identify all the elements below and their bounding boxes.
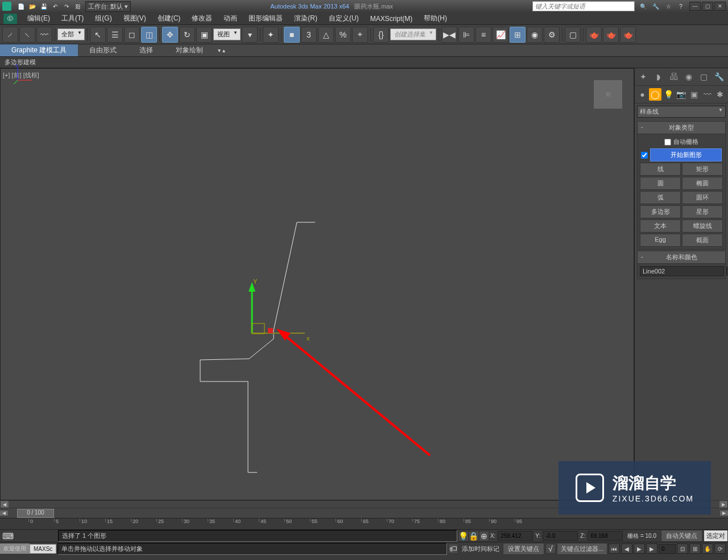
lights-icon[interactable]: 💡: [662, 88, 675, 101]
timeline-ruler[interactable]: 0 5 10 15 20 25 30 35 40 45 50 55 60 65 …: [0, 518, 728, 530]
select-move-icon[interactable]: ✥: [162, 27, 178, 43]
auto-key-button[interactable]: 自动关键点: [661, 530, 702, 542]
spacewarps-icon[interactable]: 〰: [701, 88, 714, 101]
render-frame-icon[interactable]: ▢: [565, 27, 581, 43]
menu-group[interactable]: 组(G): [89, 13, 117, 24]
z-coord-input[interactable]: [588, 531, 623, 541]
start-new-shape-button[interactable]: 开始新图形: [650, 148, 722, 161]
mirror-icon[interactable]: ▶◀: [441, 27, 457, 43]
select-rotate-icon[interactable]: ↻: [179, 27, 195, 43]
percent-snap-icon[interactable]: △: [318, 27, 334, 43]
timeline-next-icon[interactable]: ▶: [720, 511, 728, 516]
selection-filter-dropdown[interactable]: 全部: [57, 28, 85, 40]
motion-tab-icon[interactable]: ◉: [682, 70, 695, 83]
menu-create[interactable]: 创建(C): [152, 13, 187, 24]
select-scale-icon[interactable]: ▣: [196, 27, 212, 43]
manipulate-icon[interactable]: ✦: [263, 27, 279, 43]
systems-icon[interactable]: ✱: [714, 88, 726, 101]
layers-icon[interactable]: ≡: [475, 27, 491, 43]
unlink-icon[interactable]: ⟍: [19, 27, 35, 43]
star-icon[interactable]: ☆: [663, 2, 673, 11]
pivot-center-icon[interactable]: ▾: [242, 27, 258, 43]
named-sel-dropdown[interactable]: 创建选择集: [390, 28, 436, 40]
menu-tools[interactable]: 工具(T): [56, 13, 89, 24]
menu-views[interactable]: 视图(V): [118, 13, 152, 24]
ref-coord-dropdown[interactable]: 视图: [213, 28, 241, 40]
arc-button[interactable]: 弧: [640, 191, 681, 204]
time-slider[interactable]: 0 / 100: [17, 509, 54, 518]
helix-button[interactable]: 螺旋线: [682, 219, 723, 233]
y-coord-input[interactable]: [543, 531, 578, 541]
redo-icon[interactable]: ↷: [61, 2, 72, 11]
timeline-prev-icon[interactable]: ◀: [0, 511, 8, 516]
menu-graph-editors[interactable]: 图形编辑器: [243, 13, 288, 24]
open-icon[interactable]: 📂: [27, 2, 38, 11]
rollout-object-type[interactable]: 对象类型: [637, 121, 726, 134]
link-icon[interactable]: ⛓: [73, 2, 83, 11]
material-editor-icon[interactable]: ◉: [527, 27, 543, 43]
x-coord-input[interactable]: [498, 531, 533, 541]
cameras-icon[interactable]: 📷: [675, 88, 688, 101]
menu-edit[interactable]: 编辑(E): [22, 13, 56, 24]
render-production-icon[interactable]: 🫖: [586, 27, 602, 43]
angle-snap-icon[interactable]: 3: [301, 27, 317, 43]
undo-icon[interactable]: ↶: [50, 2, 60, 11]
align-icon[interactable]: ⊫: [458, 27, 474, 43]
maximize-button[interactable]: ▢: [702, 2, 713, 11]
menu-animation[interactable]: 动画: [218, 13, 243, 24]
set-key-button[interactable]: 设置关键点: [503, 543, 544, 555]
lock-selection-icon[interactable]: 💡: [458, 531, 469, 541]
save-icon[interactable]: 💾: [39, 2, 49, 11]
new-icon[interactable]: 📄: [16, 2, 26, 11]
key-filters-button[interactable]: 关键点过滤器...: [557, 543, 607, 555]
scroll-left-icon[interactable]: ◀: [1, 501, 9, 508]
line-button[interactable]: 线: [640, 163, 681, 176]
utilities-tab-icon[interactable]: 🔧: [713, 70, 726, 83]
donut-button[interactable]: 圆环: [682, 191, 723, 204]
render-iterative-icon[interactable]: 🫖: [603, 27, 619, 43]
maxscript-tab[interactable]: MAXSc: [30, 544, 56, 554]
modify-tab-icon[interactable]: ◗: [652, 70, 665, 83]
wrench-icon[interactable]: 🔧: [651, 2, 661, 11]
select-by-name-icon[interactable]: ☰: [107, 27, 123, 43]
zoom-all-icon[interactable]: ⊞: [689, 544, 701, 554]
select-object-icon[interactable]: ↖: [90, 27, 106, 43]
zoom-extents-icon[interactable]: ⊡: [677, 544, 688, 554]
bind-spacewarp-icon[interactable]: 〰: [36, 27, 52, 43]
schematic-view-icon[interactable]: ⊞: [510, 27, 526, 43]
next-frame-icon[interactable]: ▶: [646, 544, 657, 554]
binoculars-icon[interactable]: 🔍: [638, 2, 648, 11]
menu-help[interactable]: 帮助(H): [418, 13, 453, 24]
circle-button[interactable]: 圆: [640, 177, 681, 190]
menu-maxscript[interactable]: MAXScript(M): [365, 14, 419, 24]
help-search-input[interactable]: [532, 1, 635, 11]
close-button[interactable]: ✕: [714, 2, 726, 11]
shape-category-dropdown[interactable]: 样条线: [637, 106, 726, 118]
object-name-input[interactable]: [640, 266, 724, 276]
viewport-front[interactable]: [+] [前] [线框] 前 Y x z: [0, 68, 634, 500]
app-icon[interactable]: [2, 2, 11, 11]
pan-icon[interactable]: ✋: [702, 544, 713, 554]
rectangle-button[interactable]: 矩形: [682, 163, 723, 176]
window-crossing-icon[interactable]: ◫: [141, 27, 157, 43]
curve-editor-icon[interactable]: 📈: [493, 27, 508, 43]
menu-modifiers[interactable]: 修改器: [186, 13, 218, 24]
lock-icon[interactable]: 🔒: [469, 531, 479, 541]
display-tab-icon[interactable]: ▢: [698, 70, 710, 83]
play-icon[interactable]: ▶: [634, 544, 645, 554]
star-button[interactable]: 星形: [682, 205, 723, 218]
snap-options-icon[interactable]: ⌖: [352, 27, 368, 43]
hierarchy-tab-icon[interactable]: 品: [668, 70, 680, 83]
ribbon-expand-icon[interactable]: ▾ ▴: [214, 47, 229, 53]
ribbon-tab-selection[interactable]: 选择: [128, 44, 164, 56]
key-mode-icon[interactable]: √: [545, 544, 556, 554]
autodesk-logo-icon[interactable]: ⓒ: [3, 14, 17, 24]
ellipse-button[interactable]: 椭圆: [682, 177, 723, 190]
auto-grid-checkbox[interactable]: [664, 139, 671, 146]
goto-start-icon[interactable]: ⏮: [609, 544, 620, 554]
ribbon-tab-graphite[interactable]: Graphite 建模工具: [0, 44, 78, 56]
maxscript-listener-icon[interactable]: ⌨: [2, 531, 14, 541]
ribbon-tab-object-paint[interactable]: 对象绘制: [164, 44, 214, 56]
egg-button[interactable]: Egg: [640, 234, 681, 247]
time-tag-icon[interactable]: 🏷: [448, 544, 458, 554]
